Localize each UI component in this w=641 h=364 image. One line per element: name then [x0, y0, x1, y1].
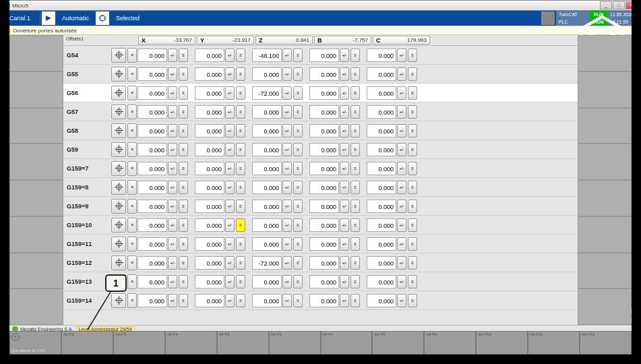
plusminus-button[interactable]: +/- [282, 237, 292, 251]
function-key-slot[interactable]: Alt-F3 [113, 331, 165, 355]
cell-menu-button[interactable]: ≡ [293, 256, 303, 270]
offset-value-input[interactable]: 0.000 [195, 105, 224, 119]
offset-value-input[interactable]: 0.000 [367, 86, 396, 100]
offset-value-input[interactable]: 0.000 [367, 237, 396, 251]
cell-menu-button[interactable]: ≡ [179, 105, 188, 119]
cell-menu-button[interactable]: ≡ [350, 162, 360, 175]
offset-value-input[interactable]: 0.000 [138, 200, 167, 213]
offset-row[interactable]: G55≡0.000+/-≡0.000+/-≡0.000+/-≡0.000+/-≡… [63, 65, 578, 84]
offset-value-input[interactable]: 0.000 [309, 256, 339, 270]
plusminus-button[interactable]: +/- [397, 124, 406, 138]
offset-value-input[interactable]: 0.000 [309, 200, 339, 213]
plusminus-button[interactable]: +/- [168, 86, 177, 100]
plusminus-button[interactable]: +/- [282, 218, 292, 232]
offset-value-input[interactable]: 0.000 [252, 275, 282, 289]
offset-value-input[interactable]: 0.000 [252, 200, 282, 213]
left-slot[interactable] [9, 71, 63, 108]
left-slot[interactable] [9, 180, 63, 216]
cell-menu-button[interactable]: ≡ [236, 67, 245, 81]
plusminus-button[interactable]: +/- [282, 67, 292, 81]
left-slot[interactable] [9, 144, 63, 180]
cell-menu-button[interactable]: ≡ [179, 237, 188, 251]
cell-menu-button[interactable]: ≡ [408, 218, 417, 232]
window-minimize-button[interactable]: _ [600, 1, 612, 9]
offset-value-input[interactable]: 0.000 [367, 181, 396, 194]
offset-value-input[interactable]: -72.000 [252, 256, 282, 270]
plusminus-button[interactable]: +/- [340, 143, 349, 156]
plusminus-button[interactable]: +/- [340, 105, 349, 119]
right-slot[interactable] [578, 253, 632, 289]
offset-value-input[interactable]: 0.000 [309, 275, 339, 289]
offset-value-input[interactable]: 0.000 [252, 162, 282, 175]
plusminus-button[interactable]: +/- [168, 237, 177, 251]
function-key-slot[interactable]: +Lire depuis la CNC [9, 331, 61, 355]
plusminus-button[interactable]: +/- [168, 67, 177, 81]
plusminus-button[interactable]: +/- [397, 67, 406, 81]
plusminus-button[interactable]: +/- [397, 86, 406, 100]
offset-row[interactable]: G159=10≡0.000+/-≡0.000+/-≡0.000+/-≡0.000… [63, 216, 578, 235]
function-key-slot[interactable]: Alt-F12 [580, 331, 632, 355]
function-key-slot[interactable]: Alt-F9 [424, 331, 476, 355]
offset-value-input[interactable]: 0.000 [138, 237, 167, 251]
offset-value-input[interactable]: 0.000 [195, 294, 224, 307]
cell-menu-button[interactable]: ≡ [293, 86, 303, 100]
plusminus-button[interactable]: +/- [168, 256, 177, 270]
offset-value-input[interactable]: 0.000 [252, 105, 282, 119]
function-key-slot[interactable]: Alt-F4 [165, 331, 217, 355]
row-menu-button[interactable]: ≡ [127, 237, 137, 251]
plusminus-button[interactable]: +/- [397, 143, 406, 156]
plusminus-button[interactable]: +/- [397, 294, 406, 307]
plusminus-button[interactable]: +/- [168, 143, 177, 156]
plusminus-button[interactable]: +/- [397, 162, 406, 175]
row-menu-button[interactable]: ≡ [127, 180, 137, 195]
plusminus-button[interactable]: +/- [282, 49, 292, 62]
mode-icon[interactable] [42, 11, 55, 25]
row-menu-button[interactable]: ≡ [127, 218, 137, 233]
cell-menu-button[interactable]: ≡ [350, 124, 360, 138]
cell-menu-button[interactable]: ≡ [350, 294, 360, 307]
plusminus-button[interactable]: +/- [340, 294, 349, 307]
origin-icon-button[interactable] [111, 293, 126, 308]
offset-value-input[interactable]: 0.000 [138, 294, 167, 307]
left-slot[interactable] [9, 35, 63, 71]
plusminus-button[interactable]: +/- [397, 256, 406, 270]
offset-value-input[interactable]: 0.000 [309, 181, 339, 194]
offset-value-input[interactable]: 0.000 [138, 105, 167, 119]
plusminus-button[interactable]: +/- [340, 86, 349, 100]
cell-menu-button[interactable]: ≡ [350, 143, 360, 156]
cell-menu-button[interactable]: ≡ [408, 294, 417, 307]
origin-icon-button[interactable] [111, 199, 126, 214]
function-key-slot[interactable]: Alt-F10 [476, 331, 528, 355]
plusminus-button[interactable]: +/- [340, 67, 349, 81]
function-key-slot[interactable]: Alt-F6 [269, 331, 321, 355]
plusminus-button[interactable]: +/- [225, 294, 235, 307]
origin-icon-button[interactable] [111, 104, 126, 119]
cell-menu-button[interactable]: ≡ [179, 162, 188, 175]
cell-menu-button[interactable]: ≡ [350, 200, 360, 213]
plusminus-button[interactable]: +/- [340, 256, 349, 270]
left-slot[interactable] [9, 289, 63, 325]
origin-icon-button[interactable] [111, 237, 126, 251]
right-slot[interactable] [578, 289, 632, 325]
row-menu-button[interactable]: ≡ [127, 86, 137, 100]
cell-menu-button[interactable]: ≡ [179, 294, 188, 307]
left-slot[interactable] [9, 216, 63, 253]
plusminus-button[interactable]: +/- [282, 181, 292, 194]
cell-menu-button[interactable]: ≡ [408, 49, 417, 62]
plusminus-button[interactable]: +/- [282, 86, 292, 100]
offset-row[interactable]: G56≡0.000+/-≡0.000+/-≡-72.000+/-≡0.000+/… [63, 84, 578, 102]
cell-menu-button[interactable]: ≡ [293, 218, 303, 232]
plusminus-button[interactable]: +/- [397, 105, 406, 119]
selected-icon[interactable] [96, 11, 109, 25]
cell-menu-button[interactable]: ≡ [293, 237, 303, 251]
cell-menu-button[interactable]: ≡ [350, 67, 360, 81]
offset-value-input[interactable]: 0.000 [252, 181, 282, 194]
offset-value-input[interactable]: 0.000 [195, 67, 224, 81]
offset-value-input[interactable]: 0.000 [195, 86, 224, 100]
offset-value-input[interactable]: 0.000 [138, 86, 167, 100]
cell-menu-button[interactable]: ≡ [236, 275, 245, 289]
plusminus-button[interactable]: +/- [340, 237, 349, 251]
offset-value-input[interactable]: 0.000 [309, 49, 339, 62]
window-close-button[interactable]: × [625, 1, 638, 9]
right-slot[interactable] [578, 108, 632, 144]
